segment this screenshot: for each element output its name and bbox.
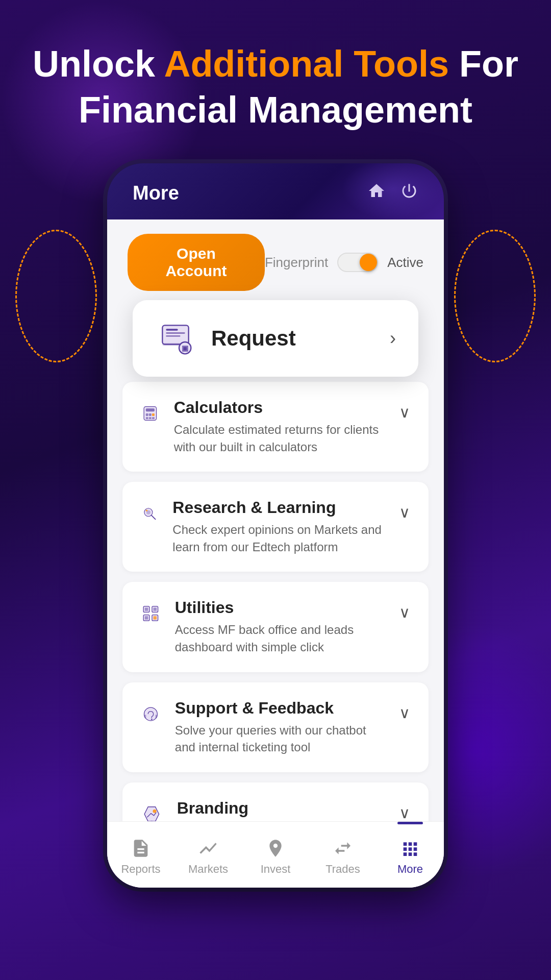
utilities-text: Utilities Access MF back office and lead… — [175, 598, 389, 655]
toggle-track[interactable] — [337, 253, 378, 272]
calculators-text: Calculators Calculate estimated returns … — [174, 398, 389, 455]
request-icon: ▣ — [155, 321, 196, 356]
topbar-icons — [367, 182, 418, 204]
dashed-circle-right — [454, 230, 536, 362]
utilities-icon — [141, 598, 161, 629]
bottom-nav: Reports Markets Invest Trades More — [107, 821, 444, 888]
menu-item-support[interactable]: Support & Feedback Solve your queries wi… — [122, 682, 429, 772]
support-icon — [141, 699, 161, 729]
menu-item-utilities[interactable]: Utilities Access MF back office and lead… — [122, 582, 429, 672]
svg-rect-12 — [146, 417, 148, 419]
support-text: Support & Feedback Solve your queries wi… — [175, 699, 389, 756]
hero-line2: For — [449, 43, 518, 84]
nav-item-invest[interactable]: Invest — [242, 822, 309, 888]
reports-nav-icon — [131, 838, 151, 859]
svg-text:▣: ▣ — [182, 345, 188, 353]
calculators-chevron-icon: ∨ — [399, 403, 410, 421]
svg-rect-24 — [154, 608, 157, 611]
svg-point-27 — [144, 707, 157, 721]
svg-rect-10 — [149, 413, 152, 416]
hero-section: Unlock Additional Tools For Financial Ma… — [0, 0, 551, 153]
power-icon[interactable] — [400, 182, 418, 204]
menu-item-calculators-left: Calculators Calculate estimated returns … — [141, 398, 389, 455]
svg-rect-25 — [145, 617, 148, 620]
svg-rect-8 — [146, 408, 155, 411]
svg-rect-14 — [152, 417, 155, 419]
calculators-icon — [141, 398, 160, 429]
hero-line1: Unlock — [33, 43, 164, 84]
utilities-chevron-icon: ∨ — [399, 603, 410, 621]
calculators-desc: Calculate estimated returns for clients … — [174, 421, 389, 455]
hero-line3: Financial Management — [79, 89, 472, 130]
support-title: Support & Feedback — [175, 699, 389, 718]
branding-chevron-icon: ∨ — [399, 804, 410, 822]
request-card[interactable]: ▣ Request › — [133, 300, 418, 377]
research-desc: Check expert opinions on Markets and lea… — [172, 521, 389, 555]
utilities-title: Utilities — [175, 598, 389, 617]
phone-topbar: More — [107, 163, 444, 219]
markets-nav-icon — [198, 838, 218, 859]
nav-item-more[interactable]: More — [377, 822, 444, 888]
more-nav-label: More — [397, 863, 423, 876]
svg-line-17 — [152, 516, 156, 520]
svg-point-28 — [151, 719, 153, 720]
menu-item-support-left: Support & Feedback Solve your queries wi… — [141, 699, 389, 756]
markets-nav-label: Markets — [188, 863, 228, 876]
support-chevron-icon: ∨ — [399, 704, 410, 722]
reports-nav-label: Reports — [121, 863, 160, 876]
branding-title: Branding — [177, 799, 389, 818]
invest-nav-label: Invest — [261, 863, 291, 876]
support-desc: Solve your queries with our chatbot and … — [175, 722, 389, 756]
research-icon — [141, 498, 158, 529]
active-label: Active — [387, 255, 423, 271]
dashed-circle-left — [15, 230, 97, 362]
svg-rect-9 — [146, 413, 148, 416]
more-active-indicator — [397, 822, 423, 824]
phone-mockup-container: More Open Account Fingerprint — [0, 163, 551, 888]
invest-nav-icon — [265, 838, 286, 859]
fingerprint-section: Fingerprint Active — [265, 253, 423, 272]
svg-rect-11 — [152, 413, 155, 416]
request-card-left: ▣ Request — [155, 321, 296, 356]
menu-item-research[interactable]: Research & Learning Check expert opinion… — [122, 482, 429, 572]
more-nav-icon — [400, 838, 420, 859]
trades-nav-label: Trades — [325, 863, 360, 876]
menu-item-calculators[interactable]: Calculators Calculate estimated returns … — [122, 382, 429, 472]
svg-rect-13 — [149, 417, 152, 419]
research-chevron-icon: ∨ — [399, 503, 410, 521]
trades-nav-icon — [333, 838, 353, 859]
topbar-title: More — [133, 182, 179, 204]
nav-item-reports[interactable]: Reports — [107, 822, 174, 888]
svg-rect-2 — [166, 332, 185, 333]
calculators-title: Calculators — [174, 398, 389, 417]
toggle-container[interactable] — [337, 253, 378, 272]
toggle-thumb — [360, 254, 377, 271]
request-title: Request — [211, 326, 296, 351]
svg-rect-1 — [166, 329, 178, 331]
research-text: Research & Learning Check expert opinion… — [172, 498, 389, 555]
svg-rect-3 — [166, 335, 180, 336]
menu-list: Calculators Calculate estimated returns … — [107, 382, 444, 888]
request-chevron-icon: › — [390, 328, 396, 349]
nav-item-trades[interactable]: Trades — [309, 822, 377, 888]
nav-item-markets[interactable]: Markets — [174, 822, 242, 888]
menu-item-utilities-left: Utilities Access MF back office and lead… — [141, 598, 389, 655]
account-bar: Open Account Fingerprint Active — [107, 219, 444, 305]
svg-point-18 — [146, 510, 147, 511]
fingerprint-label: Fingerprint — [265, 255, 328, 271]
phone-shell: More Open Account Fingerprint — [107, 163, 444, 888]
svg-rect-26 — [154, 617, 157, 620]
svg-rect-23 — [145, 608, 148, 611]
research-title: Research & Learning — [172, 498, 389, 517]
hero-highlight: Additional Tools — [164, 43, 449, 84]
open-account-button[interactable]: Open Account — [128, 234, 265, 291]
utilities-desc: Access MF back office and leads dashboar… — [175, 621, 389, 655]
home-icon[interactable] — [367, 182, 386, 204]
menu-item-research-left: Research & Learning Check expert opinion… — [141, 498, 389, 555]
